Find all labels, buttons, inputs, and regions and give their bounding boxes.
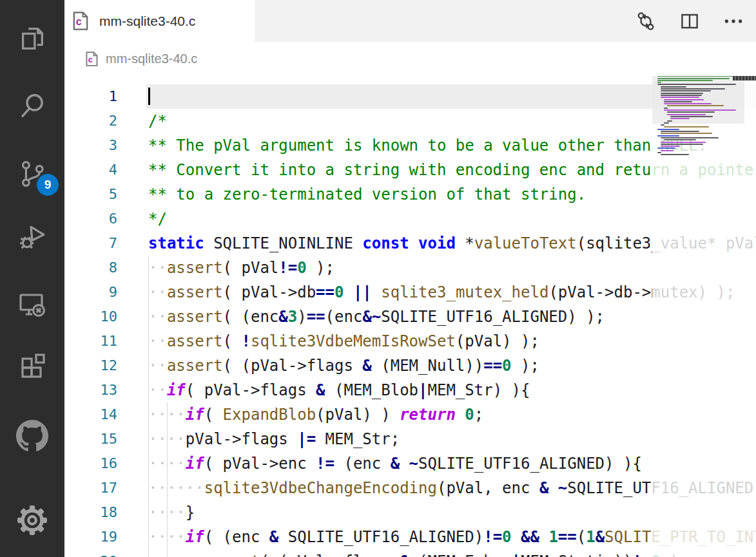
token-op: & <box>278 308 287 326</box>
token-op: |= <box>297 430 316 448</box>
code-text: ··assert( (enc&3)==(enc&~SQLITE_UTF16_AL… <box>117 305 605 329</box>
minimap-row <box>661 90 711 91</box>
token-fn: assert <box>167 357 223 375</box>
token-pl: MEM_Str) ){ <box>428 381 530 399</box>
minimap-row <box>661 154 689 155</box>
code-text: /* <box>117 109 167 133</box>
code-text: ··assert( pVal!=0 ); <box>117 256 334 280</box>
tab-label: mm-sqlite3-40.c <box>99 14 195 29</box>
token-fn: sqlite3_mutex_held <box>381 283 548 301</box>
token-pl: ( pVal->db <box>223 283 316 301</box>
token-pl: ( pVal <box>223 259 279 277</box>
source-control-icon[interactable]: 9 <box>0 151 64 197</box>
token-ws: ······ <box>148 479 204 497</box>
tab-mm-sqlite3-40[interactable]: c mm-sqlite3-40.c <box>64 0 255 42</box>
token-pl: } <box>186 504 195 522</box>
more-actions-icon[interactable] <box>722 10 744 32</box>
minimap-row <box>657 82 661 83</box>
extensions-icon[interactable] <box>0 343 64 389</box>
search-icon[interactable] <box>0 83 64 129</box>
line-number: 16 <box>64 451 117 476</box>
line-number: 15 <box>64 427 117 451</box>
token-pl: SQLITE_UTF16_ALIGNED) ); <box>381 308 605 326</box>
token-num: 3 <box>288 308 297 326</box>
c-file-icon: c <box>73 12 88 30</box>
line-number: 5 <box>64 182 117 207</box>
remote-explorer-icon[interactable] <box>0 281 64 328</box>
token-op: ! <box>242 332 251 350</box>
minimap-row <box>657 84 736 85</box>
code-text: ····} <box>117 500 195 525</box>
explorer-icon[interactable] <box>0 15 64 61</box>
minimap[interactable] <box>652 71 756 557</box>
token-num: 1 <box>548 528 557 546</box>
token-cm: */ <box>148 210 167 228</box>
minimap-row <box>657 147 675 149</box>
token-op: & <box>269 528 278 546</box>
token-pl: (MEM_Ephem <box>409 552 512 557</box>
breadcrumb[interactable]: c mm-sqlite3-40.c <box>64 42 756 76</box>
line-number: 2 <box>64 109 117 133</box>
minimap-row <box>667 111 715 113</box>
scm-badge: 9 <box>37 174 59 196</box>
code-text: */ <box>117 207 167 231</box>
line-number: 7 <box>64 231 117 256</box>
token-op: == <box>307 308 325 326</box>
minimap-row <box>664 103 712 104</box>
code-text: ** The pVal argument is known to be a va… <box>117 133 707 158</box>
minimap-row <box>661 86 686 88</box>
line-number: 18 <box>64 500 117 525</box>
token-op: & <box>362 357 371 375</box>
token-pl: (pVal, enc <box>437 479 539 497</box>
split-editor-icon[interactable] <box>679 10 701 32</box>
line-number: 17 <box>64 476 117 500</box>
minimap-row <box>664 139 696 140</box>
token-cm: /* <box>148 112 167 130</box>
github-icon[interactable] <box>0 413 64 459</box>
token-op: && <box>521 528 539 546</box>
token-pl <box>512 528 521 546</box>
indent-guide <box>148 256 149 557</box>
token-pl <box>456 406 465 424</box>
token-num: 0 <box>465 406 474 424</box>
minimap-row <box>657 135 679 137</box>
token-pl: (MEM_Blob <box>325 381 419 399</box>
code-text: ····pVal->flags |= MEM_Str; <box>117 427 400 451</box>
open-changes-icon[interactable] <box>635 10 657 32</box>
token-op: ~ <box>409 455 418 473</box>
token-ws: ·· <box>148 259 167 277</box>
token-pl: SQLITE_UTF16_ALIGNED) ){ <box>418 455 642 473</box>
token-pl: (enc <box>334 455 391 473</box>
token-pl: MEM_Str; <box>316 430 400 448</box>
token-op: != <box>316 455 334 473</box>
token-ws: ·· <box>148 381 167 399</box>
minimap-row <box>661 93 703 94</box>
token-fn: assert <box>204 552 260 557</box>
svg-text:c: c <box>88 55 93 64</box>
activity-bar: 9 <box>0 0 64 557</box>
token-kw: static <box>148 234 204 252</box>
token-op: | <box>512 552 521 557</box>
token-pl: ( pVal->enc <box>204 455 316 473</box>
token-pl <box>372 283 381 301</box>
code-editor[interactable]: 12/*3** The pVal argument is known to be… <box>64 76 756 557</box>
settings-gear-icon[interactable] <box>0 497 64 543</box>
token-fn: assert <box>167 332 223 350</box>
token-pl: ) <box>297 308 306 326</box>
code-text: ··assert( pVal->db==0 || sqlite3_mutex_h… <box>117 280 735 305</box>
token-ctl: return <box>400 406 456 424</box>
token-ctl: if <box>186 528 204 546</box>
token-op: == <box>316 283 334 301</box>
files-icon <box>17 23 47 53</box>
token-cm: ** to a zero-terminated version of that … <box>148 185 586 203</box>
minimap-row <box>661 97 699 98</box>
minimap-row <box>667 105 724 106</box>
token-pl: ( (enc <box>204 528 269 546</box>
run-debug-icon[interactable] <box>0 215 64 261</box>
token-op: | <box>418 381 427 399</box>
token-fn: sqlite3VdbeMemIsRowSet <box>251 332 456 350</box>
token-op: ~ <box>558 479 567 497</box>
token-op: != <box>278 259 297 277</box>
minimap-row <box>657 78 730 79</box>
token-op: & <box>539 479 548 497</box>
